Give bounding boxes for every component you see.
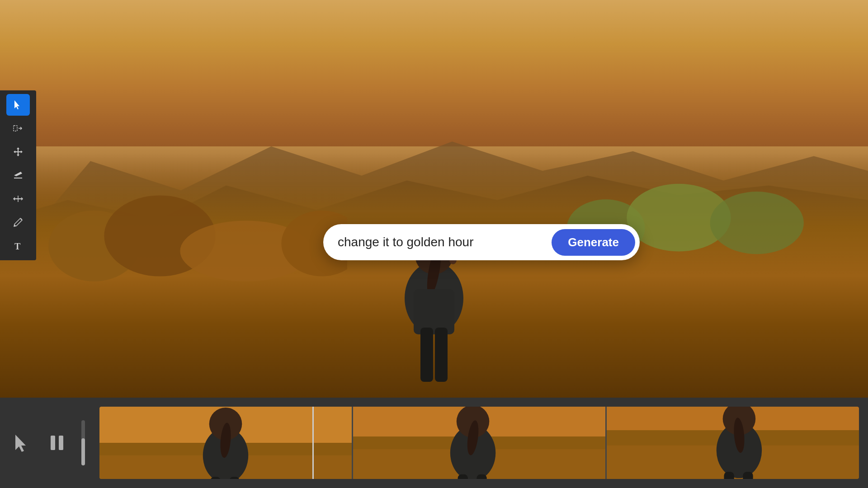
svg-rect-13 (420, 328, 433, 382)
ai-prompt-container: change it to golden hour Generate (323, 224, 640, 260)
svg-rect-16 (14, 126, 17, 131)
slip-tool-button[interactable] (6, 188, 30, 210)
filmstrip-container (99, 407, 859, 479)
volume-bar[interactable] (81, 420, 85, 465)
svg-point-21 (21, 219, 22, 220)
toolbar: T (0, 90, 36, 260)
svg-rect-24 (59, 436, 63, 450)
playback-controls (9, 420, 89, 465)
volume-fill (81, 438, 85, 465)
svg-rect-49 (743, 472, 753, 479)
svg-rect-23 (51, 436, 55, 450)
play-button[interactable] (9, 429, 36, 456)
svg-rect-48 (724, 472, 734, 479)
select-tool-button[interactable] (6, 94, 30, 116)
move-tool-button[interactable] (6, 141, 30, 163)
pause-button[interactable] (43, 429, 71, 456)
svg-rect-14 (435, 328, 448, 382)
playhead[interactable] (312, 407, 314, 479)
pen-tool-button[interactable] (6, 211, 30, 233)
forward-select-tool-button[interactable] (6, 117, 30, 139)
svg-text:T: T (14, 241, 21, 251)
trees-left (43, 185, 347, 307)
generate-button[interactable]: Generate (552, 229, 635, 256)
film-frame-2 (353, 407, 605, 479)
playhead-line (312, 407, 314, 479)
text-tool-button[interactable]: T (6, 235, 30, 257)
timeline (0, 398, 868, 488)
svg-point-8 (710, 192, 804, 254)
filmstrip (99, 407, 859, 479)
prompt-input[interactable]: change it to golden hour (338, 235, 552, 249)
svg-point-20 (14, 225, 16, 226)
razor-tool-button[interactable] (6, 164, 30, 186)
svg-rect-12 (414, 289, 454, 334)
film-frame-3 (607, 407, 859, 479)
